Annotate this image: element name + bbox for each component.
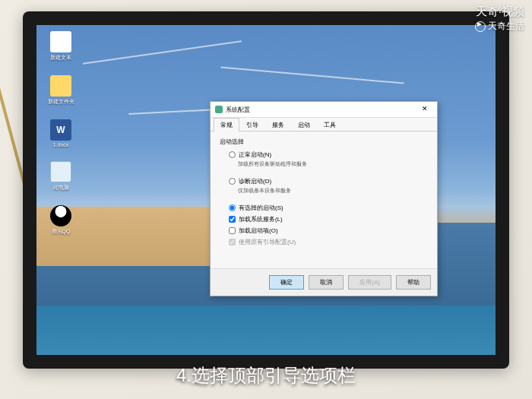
dialog-title-text: 系统配置 bbox=[226, 106, 250, 114]
apply-button[interactable]: 应用(A) bbox=[348, 275, 391, 290]
dialog-body: 启动选择 正常启动(N) 加载所有设备驱动程序和服务 诊断启动(D) 仅加载基本… bbox=[211, 131, 437, 268]
folder-icon bbox=[50, 75, 71, 97]
dialog-titlebar[interactable]: 系统配置 ✕ bbox=[211, 102, 437, 118]
radio-diagnostic-label: 诊断启动(D) bbox=[239, 177, 271, 185]
radio-normal-startup[interactable] bbox=[229, 151, 236, 158]
checkbox-system-label: 加载系统服务(L) bbox=[239, 215, 283, 223]
tab-1[interactable]: 引导 bbox=[239, 118, 265, 131]
checkbox-load-startup-items[interactable] bbox=[229, 227, 236, 234]
desktop-icons-column: 新建文本新建文件夹1.docx此电脑腾讯QQ bbox=[43, 31, 79, 236]
qq-icon bbox=[50, 205, 71, 226]
watermark-brand: 天奇·视频 bbox=[476, 5, 524, 19]
checkbox-load-system-services[interactable] bbox=[229, 216, 236, 223]
dialog-tabs: 常规引导服务启动工具 bbox=[211, 118, 437, 131]
desktop-icon-label: 1.docx bbox=[53, 142, 69, 147]
monitor-frame: 新建文本新建文件夹1.docx此电脑腾讯QQ 系统配置 ✕ 常规引导服务启动工具… bbox=[23, 11, 509, 369]
tab-4[interactable]: 工具 bbox=[317, 118, 343, 131]
msconfig-icon bbox=[215, 106, 223, 113]
word-icon bbox=[50, 119, 71, 141]
desktop-icon-folder[interactable]: 新建文件夹 bbox=[43, 75, 79, 106]
desktop-icon-label: 此电脑 bbox=[53, 184, 69, 192]
dialog-button-row: 确定 取消 应用(A) 帮助 bbox=[211, 268, 437, 296]
instruction-caption: 4.选择顶部引导选项栏 bbox=[176, 363, 356, 388]
close-button[interactable]: ✕ bbox=[417, 104, 432, 115]
radio-selective-startup[interactable] bbox=[229, 204, 236, 211]
checkbox-startup-label: 加载启动项(O) bbox=[239, 226, 278, 235]
pc-icon bbox=[50, 161, 71, 182]
normal-startup-desc: 加载所有设备驱动程序和服务 bbox=[220, 160, 428, 168]
desktop-icon-file[interactable]: 新建文本 bbox=[43, 31, 79, 62]
radio-diagnostic-startup[interactable] bbox=[229, 178, 236, 185]
help-button[interactable]: 帮助 bbox=[396, 275, 431, 290]
tab-2[interactable]: 服务 bbox=[265, 118, 291, 131]
file-icon bbox=[50, 31, 71, 52]
msconfig-dialog: 系统配置 ✕ 常规引导服务启动工具 启动选择 正常启动(N) 加载所有设备驱动程… bbox=[210, 101, 438, 296]
desktop-icon-qq[interactable]: 腾讯QQ bbox=[43, 205, 79, 236]
wallpaper-streak bbox=[83, 40, 242, 64]
radio-normal-label: 正常启动(N) bbox=[239, 150, 271, 159]
wallpaper-streak bbox=[220, 67, 404, 84]
cancel-button[interactable]: 取消 bbox=[309, 275, 344, 290]
desktop-icon-label: 腾讯QQ bbox=[52, 228, 71, 236]
diagnostic-startup-desc: 仅加载基本设备和服务 bbox=[220, 187, 428, 195]
watermark-sub: 天奇生活 bbox=[475, 20, 524, 33]
desktop-icon-pc[interactable]: 此电脑 bbox=[43, 161, 79, 192]
radio-selective-label: 有选择的启动(S) bbox=[239, 204, 283, 212]
checkbox-original-label: 使用原有引导配置(U) bbox=[239, 238, 296, 246]
tab-3[interactable]: 启动 bbox=[291, 118, 317, 131]
desktop-icon-label: 新建文件夹 bbox=[48, 98, 74, 106]
startup-section-label: 启动选择 bbox=[220, 138, 428, 146]
checkbox-original-boot bbox=[229, 239, 236, 245]
ok-button[interactable]: 确定 bbox=[269, 275, 304, 290]
desktop-icon-word[interactable]: 1.docx bbox=[43, 119, 79, 147]
desktop-icon-label: 新建文本 bbox=[50, 54, 71, 62]
desktop-screen[interactable]: 新建文本新建文件夹1.docx此电脑腾讯QQ 系统配置 ✕ 常规引导服务启动工具… bbox=[36, 25, 496, 355]
tab-0[interactable]: 常规 bbox=[214, 118, 239, 131]
